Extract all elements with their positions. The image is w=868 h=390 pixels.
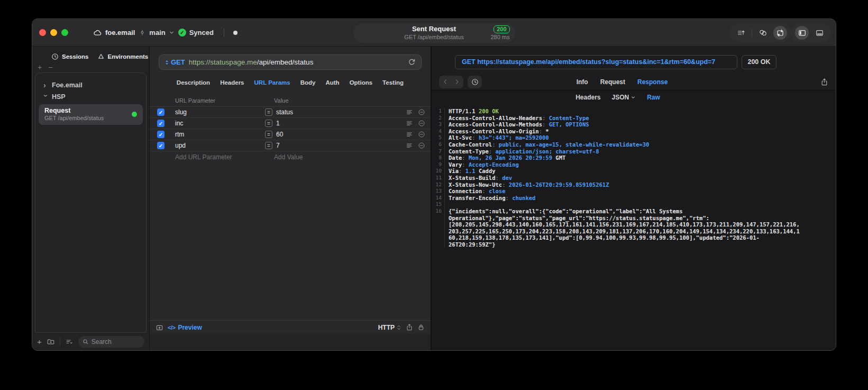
equals-icon: = xyxy=(265,142,272,149)
tab-environments[interactable]: Environments xyxy=(97,53,149,60)
add-param-value[interactable]: Add Value xyxy=(274,153,303,161)
view-raw[interactable]: Raw xyxy=(647,94,660,101)
param-value[interactable]: status xyxy=(276,108,401,116)
response-line: 14Transfer-Encoding: chunked xyxy=(432,195,836,202)
add-session-button[interactable]: + xyxy=(38,64,42,71)
view-headers[interactable]: Headers xyxy=(575,94,600,101)
tab-auth[interactable]: Auth xyxy=(325,79,339,86)
sort-filter-icon[interactable] xyxy=(65,338,74,346)
add-request-button[interactable]: + xyxy=(37,337,42,346)
tab-description[interactable]: Description xyxy=(177,79,210,86)
tab-options[interactable]: Options xyxy=(350,79,372,86)
request-panel-footer: </> Preview HTTP xyxy=(150,320,431,334)
sync-status[interactable]: ✓ Synced xyxy=(178,29,214,37)
branch-switcher[interactable]: main xyxy=(139,29,174,37)
request-url-bar[interactable]: GET https://statuspage.me/api/embed/stat… xyxy=(159,55,422,70)
param-name[interactable]: inc xyxy=(175,120,265,127)
project-switcher[interactable]: foe.email xyxy=(93,29,135,37)
tab-url-params[interactable]: URL Params xyxy=(254,79,290,86)
tab-sessions[interactable]: Sessions xyxy=(51,53,89,60)
environments-icon xyxy=(97,53,105,60)
drag-handle-icon[interactable] xyxy=(406,108,413,116)
sidebar-search[interactable] xyxy=(78,336,144,348)
param-name[interactable]: rtm xyxy=(175,131,265,138)
method-selector[interactable]: GET xyxy=(165,58,185,66)
tree-item-label: Foe.email xyxy=(52,81,83,89)
tab-testing[interactable]: Testing xyxy=(382,79,404,86)
history-forward-icon[interactable] xyxy=(454,78,460,85)
minimize-window-button[interactable] xyxy=(50,29,57,36)
sent-request-pill[interactable]: Sent Request GET /api/embed/status 200 2… xyxy=(353,23,515,43)
export-list-icon[interactable] xyxy=(734,26,748,40)
lock-icon[interactable] xyxy=(417,323,425,331)
tab-body[interactable]: Body xyxy=(300,79,316,86)
param-name[interactable]: upd xyxy=(175,142,265,149)
drag-handle-icon[interactable] xyxy=(406,131,413,138)
share-icon[interactable] xyxy=(406,323,413,331)
share-response-icon[interactable] xyxy=(820,78,828,86)
add-param-name[interactable]: Add URL Parameter xyxy=(175,153,274,161)
param-row: ✓ upd = 7 xyxy=(150,140,431,151)
collapse-editor-icon[interactable] xyxy=(156,323,163,331)
history-controls xyxy=(439,76,463,88)
panel-bottom-icon[interactable] xyxy=(812,26,827,40)
history-back-icon[interactable] xyxy=(442,78,449,85)
drag-handle-icon[interactable] xyxy=(406,142,413,149)
param-checkbox[interactable]: ✓ xyxy=(157,120,165,127)
response-line: 6Cache-Control: public, max-age=15, stal… xyxy=(432,141,836,148)
request-item-title: Request xyxy=(44,107,104,115)
remove-row-icon[interactable] xyxy=(418,108,425,116)
remove-row-icon[interactable] xyxy=(418,131,425,138)
preview-button[interactable]: </> Preview xyxy=(168,324,202,331)
sidebar: Sessions Environments + − › Foe.email xyxy=(32,47,150,350)
param-value[interactable]: 60 xyxy=(276,131,401,138)
request-item-subtitle: GET /api/embed/status xyxy=(44,115,104,122)
param-value[interactable]: 7 xyxy=(276,142,401,149)
close-window-button[interactable] xyxy=(39,29,46,36)
tree-item-foe-email[interactable]: › Foe.email xyxy=(35,79,146,91)
resend-button[interactable] xyxy=(408,58,416,66)
search-icon xyxy=(83,339,89,345)
request-list-item[interactable]: Request GET /api/embed/status xyxy=(39,104,143,125)
status-code-badge: 200 xyxy=(494,25,509,33)
response-status: 200 OK xyxy=(742,55,776,69)
zoom-window-button[interactable] xyxy=(61,29,68,36)
param-checkbox[interactable]: ✓ xyxy=(157,131,165,138)
url-params-table: URL Parameter Value ✓ slug = status ✓ in… xyxy=(150,97,431,320)
remove-row-icon[interactable] xyxy=(418,120,425,127)
param-checkbox[interactable]: ✓ xyxy=(157,142,165,149)
protocol-label: HTTP xyxy=(378,324,395,331)
panel-left-icon[interactable] xyxy=(795,26,809,40)
tree-item-hsp[interactable]: › HSP xyxy=(35,91,146,103)
response-line: 12X-Status-Now-Utc: 2026-01-26T20:29:59.… xyxy=(432,182,836,188)
response-body[interactable]: 1HTTP/1.1 200 OK2Access-Control-Allow-He… xyxy=(432,104,836,350)
remove-session-button[interactable]: − xyxy=(48,64,52,71)
view-json[interactable]: JSON xyxy=(612,94,636,101)
tab-request[interactable]: Request xyxy=(600,78,625,86)
add-param-row: Add URL Parameter Add Value xyxy=(150,151,431,162)
param-checkbox[interactable]: ✓ xyxy=(157,108,165,116)
url-input[interactable]: https://statuspage.me/api/embed/status xyxy=(189,58,314,66)
sent-request-line[interactable]: GET https://statuspage.me/api/embed/stat… xyxy=(455,55,737,69)
cloud-icon xyxy=(93,29,102,37)
tab-info[interactable]: Info xyxy=(577,78,588,86)
window-controls xyxy=(32,29,68,36)
column-header-value: Value xyxy=(274,97,288,106)
sessions-clock-icon xyxy=(51,53,59,60)
drag-handle-icon[interactable] xyxy=(406,120,413,127)
import-export-icon[interactable] xyxy=(773,26,787,40)
tab-headers[interactable]: Headers xyxy=(220,79,244,86)
protocol-stepper-icon xyxy=(396,324,401,331)
new-group-icon[interactable] xyxy=(47,338,55,346)
search-input[interactable] xyxy=(92,338,140,346)
param-row: ✓ inc = 1 xyxy=(150,118,431,129)
tab-response[interactable]: Response xyxy=(637,78,668,86)
sync-requests-icon[interactable] xyxy=(755,26,770,40)
branch-name: main xyxy=(149,29,165,37)
tab-environments-label: Environments xyxy=(108,53,149,60)
history-clock-button[interactable] xyxy=(468,76,482,88)
protocol-selector[interactable]: HTTP xyxy=(378,324,401,331)
remove-row-icon[interactable] xyxy=(418,142,425,149)
param-name[interactable]: slug xyxy=(175,108,265,116)
param-value[interactable]: 1 xyxy=(276,120,401,127)
